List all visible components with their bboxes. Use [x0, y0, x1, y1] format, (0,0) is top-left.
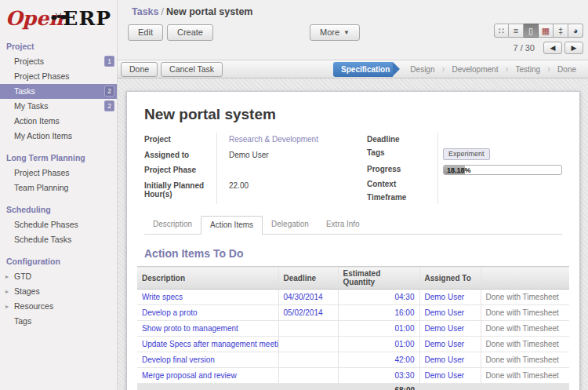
- action-item-assigned-to-link[interactable]: Demo User: [419, 352, 481, 368]
- action-item-estimated-quantity[interactable]: 03:30: [338, 368, 419, 384]
- sidebar-item-label: Schedule Tasks: [14, 235, 71, 244]
- project-link[interactable]: Research & Development: [229, 135, 318, 144]
- action-item-deadline[interactable]: 04/30/2014: [278, 290, 338, 305]
- more-button[interactable]: More▼: [310, 24, 360, 41]
- tab-description[interactable]: Description: [144, 216, 201, 233]
- action-item-assigned-to-link[interactable]: Demo User: [419, 368, 481, 384]
- action-item-estimated-quantity[interactable]: 01:00: [338, 337, 419, 352]
- field-label: Assigned to: [144, 148, 216, 164]
- action-item-deadline[interactable]: [278, 368, 338, 384]
- action-item-description-link[interactable]: Update Specs after management meeting: [137, 337, 278, 352]
- action-item-estimated-quantity[interactable]: 01:00: [338, 321, 419, 337]
- form-view-button[interactable]: ▯: [524, 24, 539, 38]
- stage-development[interactable]: Development: [445, 65, 505, 74]
- form-view-icon: ▯: [528, 27, 533, 35]
- stage-testing[interactable]: Testing: [508, 65, 547, 74]
- action-item-row[interactable]: Update Specs after management meeting01:…: [137, 337, 569, 352]
- sidebar-item-my-tasks[interactable]: My Tasks2: [0, 99, 117, 114]
- action-item-description-link[interactable]: Merge proposal and review: [137, 368, 278, 384]
- sidebar-section-title: Project: [0, 39, 117, 54]
- action-item-deadline[interactable]: [278, 321, 338, 337]
- action-item-description-link[interactable]: Develop a proto: [137, 305, 278, 321]
- field-row-assigned-to: Assigned toDemo User: [144, 148, 367, 164]
- count-badge: 2: [104, 100, 114, 111]
- sidebar-item-my-action-items[interactable]: My Action Items: [0, 129, 117, 144]
- action-item-row[interactable]: Merge proposal and review03:30Demo UserD…: [137, 368, 569, 384]
- field-label: Progress: [367, 162, 437, 177]
- action-item-description-link[interactable]: Develop final version: [137, 352, 278, 368]
- sidebar-item-project-phases[interactable]: Project Phases: [0, 166, 117, 180]
- sidebar-section-project: ProjectProjects1Project PhasesTasks2My T…: [0, 39, 117, 144]
- sidebar-section-configuration: Configuration▸GTD▸Stages▸ResourcesTags: [0, 254, 117, 329]
- action-item-assigned-to-link[interactable]: Demo User: [419, 305, 481, 321]
- sidebar-item-stages[interactable]: ▸Stages: [0, 284, 117, 299]
- pager-next-button[interactable]: ▶: [564, 42, 583, 54]
- expand-caret-icon: ▸: [5, 303, 9, 310]
- pager-counter: 7 / 30: [513, 43, 535, 53]
- action-item-row[interactable]: Write specs04/30/201404:30Demo UserDone …: [137, 290, 569, 305]
- action-item-status: Done with Timesheet: [481, 368, 569, 384]
- openerp-logo[interactable]: OpenERP: [0, 0, 117, 32]
- action-item-row[interactable]: Show proto to management01:00Demo UserDo…: [137, 321, 569, 337]
- sidebar-item-project-phases[interactable]: Project Phases: [0, 69, 117, 84]
- table-total-row: 68:00: [137, 384, 569, 390]
- more-button-label: More: [320, 27, 339, 37]
- chevron-down-icon: ▼: [343, 29, 350, 36]
- list-view-button[interactable]: ≡: [509, 24, 524, 38]
- stage-specification[interactable]: Specification: [333, 62, 400, 77]
- expand-caret-icon: ▸: [5, 273, 9, 280]
- sidebar-item-label: My Action Items: [14, 131, 72, 140]
- action-item-row[interactable]: Develop final version42:00Demo UserDone …: [137, 352, 569, 368]
- sidebar-item-schedule-tasks[interactable]: Schedule Tasks: [0, 232, 117, 247]
- edit-button[interactable]: Edit: [128, 24, 163, 41]
- action-item-assigned-to-link[interactable]: Demo User: [419, 321, 481, 337]
- table-header-row: DescriptionDeadlineEstimated QuantityAss…: [137, 267, 569, 290]
- field-value-tags: Experiment: [437, 146, 562, 162]
- kanban-view-button[interactable]: ∷: [494, 24, 509, 38]
- field-value-progress: 18.18%: [437, 162, 562, 177]
- stage-done[interactable]: Done: [550, 65, 583, 74]
- count-badge: 1: [104, 56, 114, 67]
- sidebar-item-team-planning[interactable]: Team Planning: [0, 180, 117, 195]
- action-item-deadline[interactable]: 05/02/2014: [278, 305, 338, 321]
- stage-label: Specification: [333, 62, 393, 77]
- sidebar-item-label: Action Items: [14, 116, 60, 126]
- tag-chip-experiment[interactable]: Experiment: [443, 148, 490, 160]
- sidebar-item-projects[interactable]: Projects1: [0, 54, 117, 69]
- gantt-view-button[interactable]: ‡: [554, 24, 568, 38]
- action-item-description-link[interactable]: Show proto to management: [137, 321, 278, 337]
- pager-previous-button[interactable]: ◀: [543, 42, 562, 54]
- action-item-estimated-quantity[interactable]: 42:00: [338, 352, 419, 368]
- field-groups: ProjectResearch & DevelopmentAssigned to…: [144, 133, 562, 204]
- field-group-left: ProjectResearch & DevelopmentAssigned to…: [144, 133, 367, 204]
- action-item-description-link[interactable]: Write specs: [137, 290, 278, 305]
- action-item-assigned-to-link[interactable]: Demo User: [419, 337, 481, 352]
- sidebar-item-resources[interactable]: ▸Resources: [0, 299, 117, 314]
- sidebar-item-tags[interactable]: Tags: [0, 314, 117, 329]
- expand-caret-icon: ▸: [5, 288, 9, 295]
- action-item-estimated-quantity[interactable]: 04:30: [338, 290, 419, 305]
- stage-design[interactable]: Design: [403, 65, 441, 74]
- action-item-estimated-quantity[interactable]: 16:00: [338, 305, 419, 321]
- done-button[interactable]: Done: [121, 62, 158, 77]
- tab-delegation[interactable]: Delegation: [263, 216, 318, 233]
- column-header-description: Description: [137, 267, 278, 290]
- total-row-cell: [481, 384, 569, 390]
- graph-view-button[interactable]: ◕: [568, 24, 583, 38]
- breadcrumb-tasks-link[interactable]: Tasks: [132, 6, 159, 17]
- sidebar-item-action-items[interactable]: Action Items: [0, 114, 117, 129]
- calendar-view-button[interactable]: ▦: [539, 24, 554, 38]
- action-item-deadline[interactable]: [278, 337, 338, 352]
- cancel-task-button[interactable]: Cancel Task: [161, 62, 223, 77]
- action-item-row[interactable]: Develop a proto05/02/201416:00Demo UserD…: [137, 305, 569, 321]
- sidebar-item-label: Resources: [14, 301, 53, 311]
- sidebar-item-schedule-phases[interactable]: Schedule Phases: [0, 217, 117, 232]
- action-item-assigned-to-link[interactable]: Demo User: [419, 290, 481, 305]
- sidebar-item-gtd[interactable]: ▸GTD: [0, 269, 117, 284]
- tab-extra-info[interactable]: Extra Info: [318, 216, 368, 233]
- create-button[interactable]: Create: [167, 24, 213, 41]
- tab-action-items[interactable]: Action Items: [201, 216, 263, 235]
- action-item-deadline[interactable]: [278, 352, 338, 368]
- task-title: New portal system: [144, 104, 562, 125]
- sidebar-item-tasks[interactable]: Tasks2: [0, 84, 117, 99]
